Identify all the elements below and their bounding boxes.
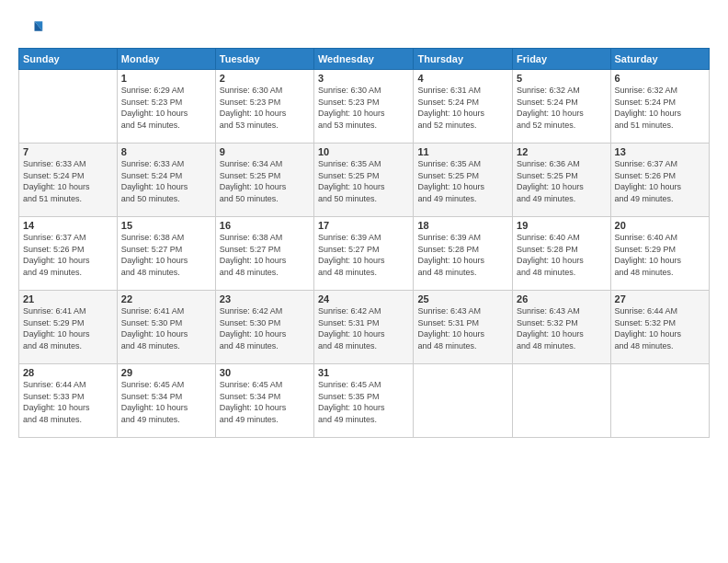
calendar-week-3: 14Sunrise: 6:37 AM Sunset: 5:26 PM Dayli… [19,217,710,291]
calendar-cell: 23Sunrise: 6:42 AM Sunset: 5:30 PM Dayli… [215,291,313,364]
day-info: Sunrise: 6:30 AM Sunset: 5:23 PM Dayligh… [318,85,410,131]
day-number: 12 [517,146,606,157]
day-info: Sunrise: 6:37 AM Sunset: 5:26 PM Dayligh… [23,232,113,278]
day-number: 25 [417,293,508,304]
calendar-cell: 19Sunrise: 6:40 AM Sunset: 5:28 PM Dayli… [513,217,610,291]
day-number: 17 [318,220,410,231]
calendar-cell: 29Sunrise: 6:45 AM Sunset: 5:34 PM Dayli… [117,364,215,438]
calendar-cell [414,364,513,438]
day-number: 8 [121,146,211,157]
day-number: 16 [220,220,310,231]
calendar-cell: 15Sunrise: 6:38 AM Sunset: 5:27 PM Dayli… [117,217,215,291]
day-number: 20 [615,220,705,231]
day-number: 6 [615,73,705,84]
weekday-header-saturday: Saturday [610,49,709,70]
day-info: Sunrise: 6:44 AM Sunset: 5:33 PM Dayligh… [23,379,113,425]
calendar-week-5: 28Sunrise: 6:44 AM Sunset: 5:33 PM Dayli… [19,364,710,438]
calendar-cell: 20Sunrise: 6:40 AM Sunset: 5:29 PM Dayli… [610,217,709,291]
day-info: Sunrise: 6:38 AM Sunset: 5:27 PM Dayligh… [220,232,310,278]
calendar-week-2: 7Sunrise: 6:33 AM Sunset: 5:24 PM Daylig… [19,144,710,217]
day-number: 14 [23,220,113,231]
day-info: Sunrise: 6:45 AM Sunset: 5:34 PM Dayligh… [220,379,310,425]
calendar-cell: 30Sunrise: 6:45 AM Sunset: 5:34 PM Dayli… [215,364,313,438]
weekday-header-wednesday: Wednesday [313,49,414,70]
day-number: 13 [615,146,705,157]
day-info: Sunrise: 6:31 AM Sunset: 5:24 PM Dayligh… [417,85,508,131]
calendar-cell: 13Sunrise: 6:37 AM Sunset: 5:26 PM Dayli… [610,144,709,217]
day-info: Sunrise: 6:29 AM Sunset: 5:23 PM Dayligh… [121,85,211,131]
day-info: Sunrise: 6:37 AM Sunset: 5:26 PM Dayligh… [615,158,705,204]
day-number: 21 [23,293,113,304]
logo [18,17,48,42]
day-info: Sunrise: 6:41 AM Sunset: 5:30 PM Dayligh… [121,305,211,351]
day-info: Sunrise: 6:40 AM Sunset: 5:28 PM Dayligh… [517,232,606,278]
day-info: Sunrise: 6:40 AM Sunset: 5:29 PM Dayligh… [615,232,705,278]
calendar-cell: 7Sunrise: 6:33 AM Sunset: 5:24 PM Daylig… [19,144,118,217]
day-number: 9 [220,146,310,157]
day-info: Sunrise: 6:32 AM Sunset: 5:24 PM Dayligh… [615,85,705,131]
day-info: Sunrise: 6:39 AM Sunset: 5:27 PM Dayligh… [318,232,410,278]
day-info: Sunrise: 6:30 AM Sunset: 5:23 PM Dayligh… [220,85,310,131]
calendar-cell: 31Sunrise: 6:45 AM Sunset: 5:35 PM Dayli… [313,364,414,438]
day-info: Sunrise: 6:34 AM Sunset: 5:25 PM Dayligh… [220,158,310,204]
day-number: 27 [615,293,705,304]
day-info: Sunrise: 6:33 AM Sunset: 5:24 PM Dayligh… [121,158,211,204]
calendar-cell: 1Sunrise: 6:29 AM Sunset: 5:23 PM Daylig… [117,70,215,144]
day-number: 2 [220,73,310,84]
calendar-cell: 14Sunrise: 6:37 AM Sunset: 5:26 PM Dayli… [19,217,118,291]
day-number: 5 [517,73,606,84]
day-number: 26 [517,293,606,304]
calendar-cell [19,70,118,144]
day-number: 28 [23,367,113,378]
calendar-cell: 10Sunrise: 6:35 AM Sunset: 5:25 PM Dayli… [313,144,414,217]
calendar-page: SundayMondayTuesdayWednesdayThursdayFrid… [0,0,728,563]
day-info: Sunrise: 6:43 AM Sunset: 5:31 PM Dayligh… [417,305,508,351]
calendar-table: SundayMondayTuesdayWednesdayThursdayFrid… [18,48,710,438]
weekday-header-monday: Monday [117,49,215,70]
calendar-cell: 24Sunrise: 6:42 AM Sunset: 5:31 PM Dayli… [313,291,414,364]
calendar-cell: 17Sunrise: 6:39 AM Sunset: 5:27 PM Dayli… [313,217,414,291]
weekday-header-thursday: Thursday [414,49,513,70]
day-number: 4 [417,73,508,84]
day-number: 24 [318,293,410,304]
calendar-week-4: 21Sunrise: 6:41 AM Sunset: 5:29 PM Dayli… [19,291,710,364]
day-number: 22 [121,293,211,304]
calendar-cell: 21Sunrise: 6:41 AM Sunset: 5:29 PM Dayli… [19,291,118,364]
calendar-cell: 12Sunrise: 6:36 AM Sunset: 5:25 PM Dayli… [513,144,610,217]
weekday-header-sunday: Sunday [19,49,118,70]
day-info: Sunrise: 6:38 AM Sunset: 5:27 PM Dayligh… [121,232,211,278]
day-number: 31 [318,367,410,378]
day-info: Sunrise: 6:45 AM Sunset: 5:35 PM Dayligh… [318,379,410,425]
calendar-cell: 2Sunrise: 6:30 AM Sunset: 5:23 PM Daylig… [215,70,313,144]
calendar-cell: 4Sunrise: 6:31 AM Sunset: 5:24 PM Daylig… [414,70,513,144]
calendar-cell: 8Sunrise: 6:33 AM Sunset: 5:24 PM Daylig… [117,144,215,217]
calendar-cell: 26Sunrise: 6:43 AM Sunset: 5:32 PM Dayli… [513,291,610,364]
calendar-cell: 22Sunrise: 6:41 AM Sunset: 5:30 PM Dayli… [117,291,215,364]
day-number: 11 [417,146,508,157]
calendar-cell [610,364,709,438]
day-info: Sunrise: 6:33 AM Sunset: 5:24 PM Dayligh… [23,158,113,204]
calendar-cell: 11Sunrise: 6:35 AM Sunset: 5:25 PM Dayli… [414,144,513,217]
weekday-header-tuesday: Tuesday [215,49,313,70]
calendar-cell [513,364,610,438]
day-info: Sunrise: 6:42 AM Sunset: 5:31 PM Dayligh… [318,305,410,351]
day-number: 29 [121,367,211,378]
day-info: Sunrise: 6:39 AM Sunset: 5:28 PM Dayligh… [417,232,508,278]
day-info: Sunrise: 6:43 AM Sunset: 5:32 PM Dayligh… [517,305,606,351]
calendar-cell: 5Sunrise: 6:32 AM Sunset: 5:24 PM Daylig… [513,70,610,144]
day-info: Sunrise: 6:44 AM Sunset: 5:32 PM Dayligh… [615,305,705,351]
calendar-cell: 28Sunrise: 6:44 AM Sunset: 5:33 PM Dayli… [19,364,118,438]
day-number: 1 [121,73,211,84]
day-info: Sunrise: 6:45 AM Sunset: 5:34 PM Dayligh… [121,379,211,425]
day-info: Sunrise: 6:42 AM Sunset: 5:30 PM Dayligh… [220,305,310,351]
day-info: Sunrise: 6:32 AM Sunset: 5:24 PM Dayligh… [517,85,606,131]
day-info: Sunrise: 6:36 AM Sunset: 5:25 PM Dayligh… [517,158,606,204]
calendar-cell: 16Sunrise: 6:38 AM Sunset: 5:27 PM Dayli… [215,217,313,291]
day-number: 18 [417,220,508,231]
calendar-cell: 18Sunrise: 6:39 AM Sunset: 5:28 PM Dayli… [414,217,513,291]
day-number: 19 [517,220,606,231]
day-number: 10 [318,146,410,157]
day-number: 3 [318,73,410,84]
day-number: 30 [220,367,310,378]
day-info: Sunrise: 6:35 AM Sunset: 5:25 PM Dayligh… [417,158,508,204]
